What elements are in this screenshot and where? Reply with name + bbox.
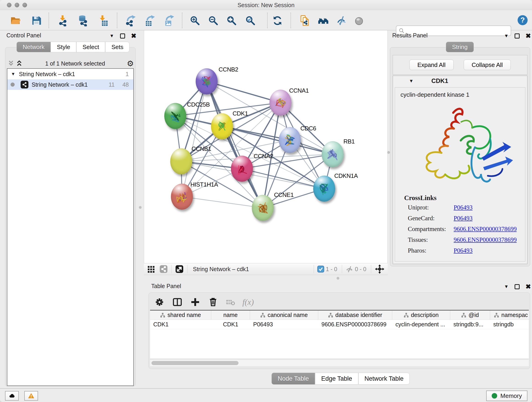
delete-column-icon[interactable]	[208, 297, 219, 307]
network-edge[interactable]	[207, 81, 263, 208]
table-cell[interactable]: cyclin-dependent ...	[392, 320, 450, 329]
expand-all-icon[interactable]	[15, 60, 23, 67]
cloud-status-button[interactable]	[5, 391, 19, 401]
selected-checkbox-icon[interactable]	[317, 265, 324, 273]
network-node-HIST1H1A[interactable]	[171, 184, 193, 210]
maximize-panel-icon[interactable]	[120, 33, 125, 38]
table-cell[interactable]: 9606.ENSP00000378699	[318, 320, 392, 329]
column-header-namespac[interactable]: namespac	[490, 311, 529, 319]
column-header-shared-name[interactable]: shared name	[150, 311, 211, 319]
collapse-all-icon[interactable]	[7, 60, 15, 67]
network-node-RB1[interactable]	[322, 141, 344, 167]
zoom-fit-button[interactable]	[225, 14, 238, 27]
network-node-CCNA2[interactable]	[231, 156, 253, 182]
warnings-button[interactable]	[24, 391, 38, 401]
table-cell[interactable]: stringdb:9...	[450, 320, 490, 329]
network-node-CDKN1A[interactable]	[313, 176, 335, 202]
network-options-gear-icon[interactable]: ⚙	[127, 60, 134, 67]
network-node-CDC25B[interactable]	[164, 103, 186, 129]
float-panel-icon[interactable]: ▼	[109, 33, 114, 38]
fit-selected-move-icon[interactable]	[374, 264, 385, 274]
column-header-description[interactable]: description	[392, 311, 450, 319]
clone-network-button[interactable]	[298, 14, 311, 27]
table-cell[interactable]: CDK1	[211, 320, 250, 329]
network-row[interactable]: String Network – cdk1 11 48	[7, 79, 133, 90]
column-header-database-identifier[interactable]: database identifier	[318, 311, 392, 319]
crosslink-value-link[interactable]: P06493	[454, 204, 473, 211]
horizontal-splitter-handle[interactable]	[336, 277, 339, 280]
expand-all-button[interactable]: Expand All	[409, 60, 454, 70]
network-node-CCNE1[interactable]	[252, 195, 274, 221]
table-options-gear-icon[interactable]	[154, 297, 165, 307]
memory-button[interactable]: Memory	[486, 390, 527, 401]
crosslink-value-link[interactable]: 9606.ENSP00000378699	[454, 225, 517, 233]
table-row[interactable]: CDK1CDK1P064939606.ENSP00000378699cyclin…	[150, 320, 529, 329]
detach-view-icon[interactable]	[175, 264, 184, 274]
column-header-canonical-name[interactable]: canonical name	[250, 311, 318, 319]
maximize-panel-icon[interactable]	[515, 284, 520, 289]
network-node-CCNA1[interactable]	[269, 89, 291, 116]
show-columns-icon[interactable]	[172, 297, 183, 307]
help-button[interactable]: ?	[516, 13, 529, 27]
maximize-panel-icon[interactable]	[515, 33, 520, 38]
table-cell[interactable]: CDK1	[150, 320, 211, 329]
hide-graphics-details-button[interactable]	[335, 14, 348, 27]
crosslink-value-link[interactable]: 9606.ENSP00000378699	[454, 236, 517, 243]
tab-string[interactable]: String	[446, 42, 474, 52]
tab-style[interactable]: Style	[51, 42, 76, 52]
tab-edge-table[interactable]: Edge Table	[315, 373, 358, 385]
table-horizontal-scrollbar[interactable]	[150, 360, 529, 366]
network-collection-row[interactable]: ▼ String Network – cdk1 1	[7, 69, 133, 79]
save-session-button[interactable]	[30, 14, 43, 27]
import-network-from-file-button[interactable]	[56, 14, 69, 27]
network-node-CCNB1[interactable]	[170, 148, 192, 174]
network-edge[interactable]	[182, 81, 207, 197]
export-image-button[interactable]	[162, 14, 176, 27]
collection-expander-icon[interactable]: ▼	[11, 71, 15, 77]
network-node-CDC6[interactable]	[279, 127, 301, 153]
close-panel-icon[interactable]: ✖	[526, 32, 531, 40]
refresh-view-button[interactable]	[271, 14, 284, 27]
crosslink-value-link[interactable]: P06493	[454, 215, 473, 222]
tab-node-table[interactable]: Node Table	[272, 373, 315, 385]
close-panel-icon[interactable]: ✖	[131, 32, 136, 40]
network-view-icon[interactable]	[159, 264, 168, 274]
right-splitter-handle[interactable]	[387, 151, 390, 154]
network-node-CDK1[interactable]	[211, 113, 233, 139]
zoom-in-button[interactable]	[188, 14, 202, 27]
float-panel-icon[interactable]: ▼	[504, 284, 509, 289]
tab-select[interactable]: Select	[76, 42, 105, 52]
tab-sets[interactable]: Sets	[105, 42, 129, 52]
network-node-CCNB2[interactable]	[196, 68, 218, 95]
network-edge[interactable]	[207, 81, 280, 103]
import-network-from-database-button[interactable]	[76, 14, 89, 27]
network-canvas[interactable]: CCNB2CCNA1CDC25BCDK1CDC6RB1CCNB1CCNA2CDK…	[144, 31, 388, 263]
zoom-out-button[interactable]	[207, 14, 220, 27]
show-graphics-details-button[interactable]	[352, 14, 366, 27]
left-splitter-handle[interactable]	[139, 206, 142, 209]
crosslink-value-link[interactable]: P06493	[454, 247, 473, 254]
window-title: Session: New Session	[0, 2, 532, 8]
show-nested-network-button[interactable]	[317, 14, 330, 27]
export-network-button[interactable]	[124, 14, 137, 27]
hidden-eye-slash-icon[interactable]	[345, 265, 354, 273]
scrollbar-thumb[interactable]	[152, 361, 239, 365]
close-panel-icon[interactable]: ✖	[526, 283, 531, 290]
export-table-button[interactable]	[143, 14, 156, 27]
grid-view-icon[interactable]	[147, 264, 156, 274]
result-entry-header[interactable]: ▼ CDK1	[393, 76, 527, 86]
collapse-all-button[interactable]: Collapse All	[464, 60, 511, 70]
add-column-icon[interactable]	[190, 297, 201, 307]
import-table-from-file-button[interactable]	[96, 14, 109, 27]
float-panel-icon[interactable]: ▼	[504, 33, 509, 38]
table-cell[interactable]: P06493	[250, 320, 318, 329]
tab-network-table[interactable]: Network Table	[358, 373, 410, 385]
column-header-name[interactable]: name	[211, 311, 250, 319]
column-header--id[interactable]: @id	[450, 311, 490, 319]
network-edge[interactable]	[182, 197, 263, 208]
zoom-selected-button[interactable]	[244, 14, 257, 27]
table-cell[interactable]: stringdb	[490, 320, 529, 329]
open-session-button[interactable]	[9, 14, 22, 27]
tab-network[interactable]: Network	[17, 42, 51, 52]
entry-expander-icon[interactable]: ▼	[409, 78, 413, 84]
